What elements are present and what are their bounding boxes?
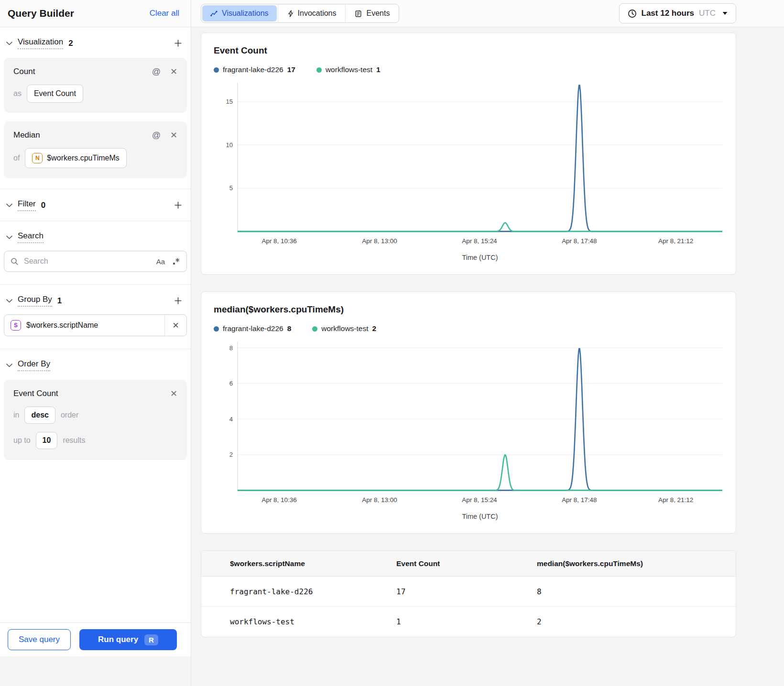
sidebar-filler xyxy=(0,656,191,686)
visualization-card-count: Count @ ✕ as Event Count xyxy=(4,58,187,113)
legend-dot xyxy=(312,326,317,332)
x-tick-label: Apr 8, 13:00 xyxy=(362,237,397,245)
legend-series-value: 2 xyxy=(372,324,376,333)
tab-label: Invocations xyxy=(298,9,337,18)
x-tick-label: Apr 8, 13:00 xyxy=(362,497,397,504)
close-icon[interactable]: ✕ xyxy=(170,389,177,398)
up-to-label: up to xyxy=(13,436,31,445)
table-row: workflows-test12 xyxy=(201,607,736,637)
timezone-label: UTC xyxy=(699,9,716,18)
as-label: as xyxy=(13,89,22,98)
filter-count: 0 xyxy=(41,201,45,210)
x-tick-label: Apr 8, 21:12 xyxy=(658,237,693,245)
series-line xyxy=(238,349,722,491)
order-by-field-name: Event Count xyxy=(13,389,161,398)
legend-series-name: fragrant-lake-d226 xyxy=(223,324,283,333)
tab-invocations[interactable]: Invocations xyxy=(278,4,346,22)
legend-item[interactable]: workflows-test2 xyxy=(312,324,376,333)
chart-card-median-cputime: median($workers.cpuTimeMs) fragrant-lake… xyxy=(201,291,736,534)
series-line xyxy=(238,223,722,231)
string-type-icon: S xyxy=(11,320,21,331)
at-icon[interactable]: @ xyxy=(152,131,161,139)
x-tick-label: Apr 8, 10:36 xyxy=(261,237,296,245)
legend-series-name: fragrant-lake-d226 xyxy=(223,65,283,74)
chevron-down-icon[interactable] xyxy=(6,236,12,239)
section-title-visualization: Visualization xyxy=(18,37,63,49)
add-group-by-button[interactable] xyxy=(174,297,182,305)
number-type-icon: N xyxy=(32,153,43,163)
limit-field[interactable]: 10 xyxy=(36,432,58,449)
tab-events[interactable]: Events xyxy=(345,4,399,22)
add-filter-button[interactable] xyxy=(174,201,182,209)
clear-all-link[interactable]: Clear all xyxy=(150,9,179,18)
cell-script-name: workflows-test xyxy=(230,617,396,626)
column-event-count: Event Count xyxy=(396,559,537,568)
y-tick-label: 2 xyxy=(229,451,233,459)
top-bar: Query Builder Clear all Visualizations I… xyxy=(0,0,784,27)
save-query-button[interactable]: Save query xyxy=(8,629,71,650)
alias-field[interactable]: Event Count xyxy=(27,85,83,103)
x-tick-label: Apr 8, 10:36 xyxy=(261,497,296,504)
line-chart[interactable]: 2468Apr 8, 10:36Apr 8, 13:00Apr 8, 15:24… xyxy=(213,337,724,529)
section-filter: Filter 0 xyxy=(0,189,191,221)
section-title-group-by: Group By xyxy=(18,295,52,307)
cell-median-cputime: 2 xyxy=(537,617,724,626)
cell-script-name: fragrant-lake-d226 xyxy=(230,587,396,596)
line-chart[interactable]: 51015Apr 8, 10:36Apr 8, 13:00Apr 8, 15:2… xyxy=(213,78,724,270)
tab-visualizations[interactable]: Visualizations xyxy=(202,5,277,21)
lightning-icon xyxy=(287,10,294,17)
y-tick-label: 15 xyxy=(226,98,232,105)
close-icon[interactable]: ✕ xyxy=(170,67,177,76)
x-tick-label: Apr 8, 15:24 xyxy=(462,237,497,245)
legend-item[interactable]: workflows-test1 xyxy=(316,65,381,74)
time-range-selector[interactable]: Last 12 hours UTC xyxy=(619,3,737,23)
sidebar-actions: Save query Run query R xyxy=(0,622,191,656)
y-tick-label: 5 xyxy=(229,184,233,192)
chevron-down-icon[interactable] xyxy=(6,204,12,207)
close-icon[interactable]: ✕ xyxy=(164,315,186,336)
x-tick-label: Apr 8, 21:12 xyxy=(658,497,693,504)
legend-item[interactable]: fragrant-lake-d22617 xyxy=(214,65,295,74)
chart-title: median($workers.cpuTimeMs) xyxy=(214,304,724,315)
results-panel: Event Count fragrant-lake-d22617workflow… xyxy=(191,27,784,686)
table-body: fragrant-lake-d226178workflows-test12 xyxy=(201,577,736,637)
x-tick-label: Apr 8, 15:24 xyxy=(462,497,497,504)
group-by-field[interactable]: S $workers.scriptName ✕ xyxy=(4,314,187,336)
group-by-count: 1 xyxy=(57,296,62,306)
section-group-by: Group By 1 S $workers.scriptName ✕ xyxy=(0,285,191,349)
search-box: Aa xyxy=(4,251,187,272)
legend-dot xyxy=(316,67,322,73)
legend-series-value: 1 xyxy=(376,65,381,74)
search-input[interactable] xyxy=(23,257,152,266)
match-case-icon[interactable]: Aa xyxy=(156,257,165,266)
run-query-label: Run query xyxy=(98,635,138,644)
chevron-down-icon[interactable] xyxy=(6,42,12,45)
sort-direction-selector[interactable]: desc xyxy=(24,407,55,424)
close-icon[interactable]: ✕ xyxy=(170,131,177,139)
chevron-down-icon[interactable] xyxy=(6,364,12,367)
group-by-field-name: $workers.scriptName xyxy=(26,321,164,330)
add-visualization-button[interactable] xyxy=(174,39,182,47)
section-visualization: Visualization 2 Count @ ✕ as Event Count xyxy=(0,27,191,189)
cell-event-count: 1 xyxy=(396,617,537,626)
bottom-spacer xyxy=(201,637,736,666)
run-query-button[interactable]: Run query R xyxy=(79,629,177,650)
at-icon[interactable]: @ xyxy=(152,67,161,76)
chart-title: Event Count xyxy=(214,45,724,56)
order-by-card: Event Count ✕ in desc order up to 10 res… xyxy=(4,380,187,460)
section-order-by: Order By Event Count ✕ in desc order up … xyxy=(0,349,191,462)
regex-icon[interactable] xyxy=(172,257,180,266)
x-tick-label: Apr 8, 17:48 xyxy=(562,497,597,504)
page-title: Query Builder xyxy=(8,8,74,19)
field-name: $workers.cpuTimeMs xyxy=(47,154,119,162)
search-icon xyxy=(11,257,19,266)
field-selector[interactable]: N $workers.cpuTimeMs xyxy=(25,148,126,168)
chevron-down-icon[interactable] xyxy=(6,299,12,303)
y-tick-label: 8 xyxy=(229,344,233,352)
chart-card-event-count: Event Count fragrant-lake-d22617workflow… xyxy=(201,32,736,275)
section-title-filter: Filter xyxy=(18,199,36,211)
legend-series-name: workflows-test xyxy=(326,65,372,74)
legend-item[interactable]: fragrant-lake-d2268 xyxy=(214,324,291,333)
legend-dot xyxy=(214,67,219,73)
line-chart-icon xyxy=(210,11,218,17)
